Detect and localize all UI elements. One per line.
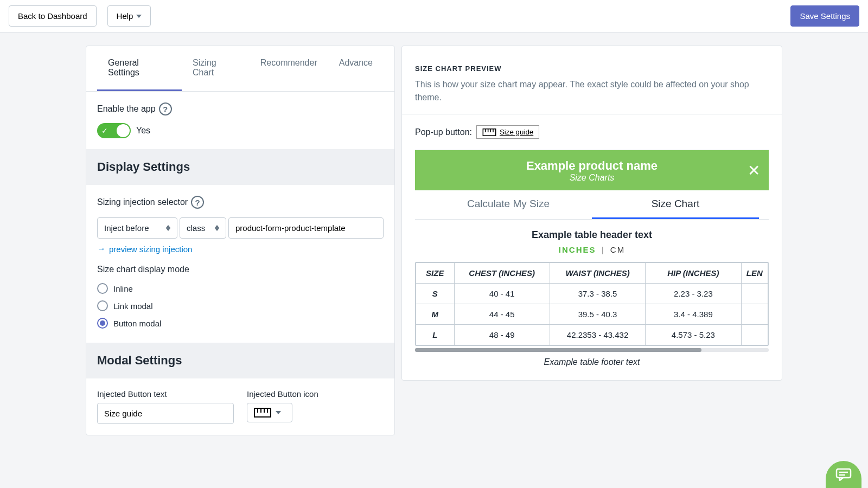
inject-position-value: Inject before xyxy=(104,223,149,233)
chevron-down-icon xyxy=(276,411,281,414)
settings-card: General Settings Sizing Chart Recommende… xyxy=(86,46,395,435)
ruler-icon xyxy=(482,129,496,136)
unit-toggle[interactable]: INCHES | CM xyxy=(415,245,769,254)
enable-app-label: Enable the app xyxy=(97,104,156,114)
preview-tab-size-chart[interactable]: Size Chart xyxy=(592,190,759,219)
tab-general-settings[interactable]: General Settings xyxy=(97,46,182,91)
help-icon[interactable]: ? xyxy=(191,196,204,209)
inject-attr-value: class xyxy=(187,223,205,233)
cell-length xyxy=(741,304,768,325)
preview-product-header: Example product name Size Charts ✕ xyxy=(415,150,769,190)
modal-settings-heading: Modal Settings xyxy=(86,343,394,378)
cell-size: S xyxy=(416,284,455,304)
preview-product-name: Example product name xyxy=(426,159,758,173)
preview-title: SIZE CHART PREVIEW xyxy=(415,65,769,73)
select-arrows-icon xyxy=(215,225,219,231)
select-arrows-icon xyxy=(166,225,170,231)
unit-inches[interactable]: INCHES xyxy=(559,245,596,254)
tab-recommender[interactable]: Recommender xyxy=(250,46,328,91)
inject-attr-select[interactable]: class xyxy=(180,217,226,239)
cell-waist: 39.5 - 40.3 xyxy=(550,304,645,325)
col-hip: HIP (INCHES) xyxy=(646,263,741,284)
preview-injection-link[interactable]: → preview sizing injection xyxy=(97,244,192,254)
svg-rect-5 xyxy=(483,129,495,135)
cell-length xyxy=(741,325,768,345)
ruler-icon xyxy=(254,408,271,418)
radio-checked-icon xyxy=(97,318,108,329)
display-mode-link-modal[interactable]: Link modal xyxy=(97,297,384,314)
popup-button-text: Size guide xyxy=(500,128,533,136)
table-row: S 40 - 41 37.3 - 38.5 2.23 - 3.23 xyxy=(416,284,768,304)
cell-waist: 42.2353 - 43.432 xyxy=(550,325,645,345)
preview-product-subtitle: Size Charts xyxy=(426,173,758,183)
svg-rect-0 xyxy=(254,408,271,417)
preview-injection-text: preview sizing injection xyxy=(109,245,192,254)
back-to-dashboard-button[interactable]: Back to Dashboard xyxy=(9,5,97,27)
radio-icon xyxy=(97,300,108,311)
button-text-label: Injected Button text xyxy=(97,389,234,399)
preview-tab-calculate[interactable]: Calculate My Size xyxy=(425,190,592,219)
cell-hip: 4.573 - 5.23 xyxy=(646,325,741,345)
unit-separator: | xyxy=(602,245,605,254)
injection-selector-input[interactable] xyxy=(228,217,384,239)
display-mode-label: Size chart display mode xyxy=(97,265,384,274)
help-label: Help xyxy=(117,11,133,21)
unit-cm[interactable]: CM xyxy=(610,245,625,254)
tab-sizing-chart[interactable]: Sizing Chart xyxy=(182,46,250,91)
cell-chest: 48 - 49 xyxy=(454,325,550,345)
cell-size: L xyxy=(416,325,455,345)
injection-selector-label: Sizing injection selector xyxy=(97,197,188,207)
tab-advance[interactable]: Advance xyxy=(328,46,384,91)
cell-waist: 37.3 - 38.5 xyxy=(550,284,645,304)
table-footer-text: Example table footer text xyxy=(415,357,769,367)
display-mode-inline[interactable]: Inline xyxy=(97,280,384,297)
popup-button-label: Pop-up button: xyxy=(415,127,472,137)
top-bar: Back to Dashboard Help Save Settings xyxy=(0,0,868,33)
inject-position-select[interactable]: Inject before xyxy=(97,217,177,239)
table-header-text: Example table header text xyxy=(415,229,769,241)
preview-card: SIZE CHART PREVIEW This is how your size… xyxy=(401,46,782,381)
help-dropdown-button[interactable]: Help xyxy=(107,5,151,27)
toggle-knob xyxy=(117,124,130,137)
radio-icon xyxy=(97,283,108,294)
col-waist: WAIST (INCHES) xyxy=(550,263,645,284)
enable-app-state: Yes xyxy=(136,126,150,136)
check-icon: ✓ xyxy=(101,126,108,135)
horizontal-scrollbar[interactable] xyxy=(415,348,769,352)
col-length: LEN xyxy=(741,263,768,284)
button-icon-select[interactable] xyxy=(247,403,292,422)
display-mode-button-modal[interactable]: Button modal xyxy=(97,314,384,332)
display-settings-heading: Display Settings xyxy=(86,149,394,185)
cell-chest: 44 - 45 xyxy=(454,304,550,325)
col-chest: CHEST (INCHES) xyxy=(454,263,550,284)
cell-size: M xyxy=(416,304,455,325)
save-settings-button[interactable]: Save Settings xyxy=(790,5,859,27)
cell-chest: 40 - 41 xyxy=(454,284,550,304)
size-chart-table: SIZE CHEST (INCHES) WAIST (INCHES) HIP (… xyxy=(415,262,769,346)
display-mode-link-modal-label: Link modal xyxy=(113,301,153,311)
help-icon[interactable]: ? xyxy=(159,102,172,115)
preview-description: This is how your size chart may appear. … xyxy=(415,78,769,104)
display-mode-inline-label: Inline xyxy=(113,284,133,293)
display-mode-button-modal-label: Button modal xyxy=(113,319,161,328)
chevron-down-icon xyxy=(136,15,142,18)
close-icon[interactable]: ✕ xyxy=(748,162,760,179)
button-icon-label: Injected Button icon xyxy=(247,389,384,399)
table-row: M 44 - 45 39.5 - 40.3 3.4 - 4.389 xyxy=(416,304,768,325)
arrow-right-icon: → xyxy=(97,244,106,254)
cell-hip: 3.4 - 4.389 xyxy=(646,304,741,325)
col-size: SIZE xyxy=(416,263,455,284)
enable-app-toggle[interactable]: ✓ xyxy=(97,123,131,138)
button-text-input[interactable] xyxy=(97,403,234,424)
popup-size-guide-button[interactable]: Size guide xyxy=(476,125,539,139)
cell-hip: 2.23 - 3.23 xyxy=(646,284,741,304)
tab-bar: General Settings Sizing Chart Recommende… xyxy=(86,46,394,92)
table-row: L 48 - 49 42.2353 - 43.432 4.573 - 5.23 xyxy=(416,325,768,345)
cell-length xyxy=(741,284,768,304)
